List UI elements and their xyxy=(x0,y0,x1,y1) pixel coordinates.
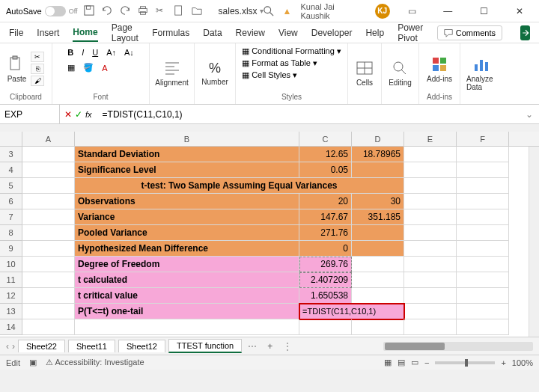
cell[interactable] xyxy=(404,241,457,257)
format-painter-button[interactable]: 🖌 xyxy=(31,76,44,86)
cell[interactable]: 269.76 xyxy=(299,257,352,272)
col-header-d[interactable]: D xyxy=(352,132,404,146)
cell[interactable] xyxy=(352,319,404,335)
cell[interactable]: t-test: Two Sample Assuming Equal Varian… xyxy=(75,178,404,194)
bold-button[interactable]: B xyxy=(64,46,76,58)
cell[interactable] xyxy=(457,272,509,288)
cell[interactable] xyxy=(404,178,457,194)
row-header[interactable]: 13 xyxy=(0,304,22,319)
user-avatar[interactable]: KJ xyxy=(375,4,390,19)
cell[interactable] xyxy=(22,225,75,241)
horizontal-scrollbar[interactable] xyxy=(383,342,533,351)
row-header[interactable]: 8 xyxy=(0,225,22,241)
save-icon[interactable] xyxy=(84,5,96,17)
row-header[interactable]: 7 xyxy=(0,209,22,225)
cell[interactable] xyxy=(404,257,457,272)
cell[interactable] xyxy=(457,209,509,225)
cell[interactable] xyxy=(457,225,509,241)
cell[interactable]: Observations xyxy=(75,194,299,209)
row-header[interactable]: 4 xyxy=(0,162,22,178)
formula-input[interactable] xyxy=(97,109,520,120)
cell[interactable] xyxy=(352,225,404,241)
view-normal-icon[interactable]: ▦ xyxy=(384,358,392,367)
cell[interactable] xyxy=(352,257,404,272)
borders-button[interactable]: ▦ xyxy=(64,61,78,74)
col-header-a[interactable]: A xyxy=(22,132,75,146)
cell[interactable] xyxy=(457,257,509,272)
sheet-tab[interactable]: TTEST function xyxy=(168,339,242,353)
cells-button[interactable]: Cells xyxy=(356,59,374,87)
tab-data[interactable]: Data xyxy=(203,25,222,41)
tab-page-layout[interactable]: Page Layout xyxy=(112,19,139,46)
filename[interactable]: sales.xlsx xyxy=(219,6,258,16)
view-page-icon[interactable]: ▤ xyxy=(398,358,405,367)
new-icon[interactable] xyxy=(174,5,186,17)
sheet-more-icon[interactable]: ⋯ xyxy=(245,341,260,352)
tab-power-pivot[interactable]: Power Pivot xyxy=(398,19,424,46)
formula-cancel-icon[interactable]: ✕ xyxy=(64,109,72,120)
grid-body[interactable]: 3Standard Deviation12.6518.789654Signifi… xyxy=(0,147,539,335)
zoom-in-button[interactable]: + xyxy=(501,358,505,367)
cell[interactable] xyxy=(75,319,299,335)
accessibility-status[interactable]: ⚠ Accessibility: Investigate xyxy=(46,358,144,367)
redo-icon[interactable] xyxy=(120,5,132,17)
row-header[interactable]: 14 xyxy=(0,319,22,335)
cell[interactable]: 12.65 xyxy=(299,147,352,162)
cell[interactable]: 147.67 xyxy=(299,209,352,225)
tab-insert[interactable]: Insert xyxy=(37,25,59,41)
toggle-switch[interactable] xyxy=(45,6,66,16)
cell[interactable] xyxy=(22,194,75,209)
cell[interactable]: Degree of Freedom xyxy=(75,257,299,272)
tab-review[interactable]: Review xyxy=(236,25,265,41)
underline-button[interactable]: U xyxy=(89,46,101,58)
cell[interactable]: Hypothesized Mean Difference xyxy=(75,241,299,257)
cell[interactable] xyxy=(404,272,457,288)
cell[interactable] xyxy=(22,319,75,335)
cell[interactable]: 0.05 xyxy=(299,162,352,178)
tab-view[interactable]: View xyxy=(278,25,298,41)
col-header-b[interactable]: B xyxy=(75,132,299,146)
user-name[interactable]: Kunal Jai Kaushik xyxy=(300,2,365,20)
cell[interactable]: 20 xyxy=(299,194,352,209)
cell[interactable] xyxy=(352,162,404,178)
cell[interactable]: Standard Deviation xyxy=(75,147,299,162)
cell[interactable] xyxy=(404,209,457,225)
cell[interactable] xyxy=(22,241,75,257)
search-icon[interactable] xyxy=(264,6,274,16)
number-format-button[interactable]: % Number xyxy=(201,61,228,86)
row-header[interactable]: 5 xyxy=(0,178,22,194)
font-color-button[interactable]: A xyxy=(99,62,110,74)
spreadsheet-grid[interactable]: A B C D E F 3Standard Deviation12.6518.7… xyxy=(0,132,539,337)
cell-styles-button[interactable]: ▦ Cell Styles ▾ xyxy=(242,70,297,80)
conditional-formatting-button[interactable]: ▦ Conditional Formatting ▾ xyxy=(242,46,341,56)
cell[interactable]: 1.650538 xyxy=(299,288,352,304)
minimize-button[interactable]: — xyxy=(434,2,461,20)
cell[interactable] xyxy=(404,194,457,209)
tab-help[interactable]: Help xyxy=(365,25,384,41)
cell[interactable] xyxy=(22,272,75,288)
tab-developer[interactable]: Developer xyxy=(311,25,353,41)
cell[interactable]: 0 xyxy=(299,241,352,257)
addins-button[interactable]: Add-ins xyxy=(427,55,452,83)
cell[interactable]: t calculated xyxy=(75,272,299,288)
font-size-inc-button[interactable]: A↑ xyxy=(103,46,119,58)
cell[interactable] xyxy=(404,319,457,335)
format-as-table-button[interactable]: ▦ Format as Table ▾ xyxy=(242,58,317,68)
comments-button[interactable]: Comments xyxy=(437,25,502,40)
cut-button[interactable]: ✂ xyxy=(31,52,44,62)
cell[interactable] xyxy=(457,178,509,194)
cell[interactable]: 351.185 xyxy=(352,209,404,225)
tab-home[interactable]: Home xyxy=(73,24,97,42)
copy-button[interactable]: ⎘ xyxy=(31,64,44,74)
zoom-level[interactable]: 100% xyxy=(512,358,533,367)
cell[interactable] xyxy=(404,162,457,178)
col-header-f[interactable]: F xyxy=(457,132,509,146)
cell[interactable] xyxy=(457,304,509,319)
sheet-tab[interactable]: Sheet22 xyxy=(18,340,65,352)
cell[interactable] xyxy=(457,241,509,257)
print-icon[interactable] xyxy=(138,5,150,17)
cell[interactable] xyxy=(404,304,457,319)
cell[interactable]: Variance xyxy=(75,209,299,225)
cell[interactable] xyxy=(22,147,75,162)
cell[interactable] xyxy=(457,162,509,178)
